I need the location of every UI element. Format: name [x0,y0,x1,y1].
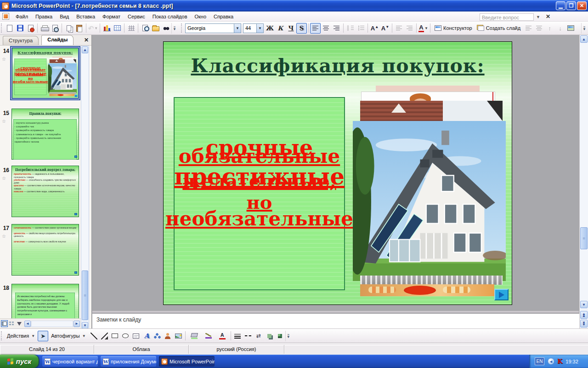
move-down-button[interactable]: ↓ [555,23,565,34]
increase-indent-button[interactable] [404,23,415,34]
photo-roof-strip[interactable] [360,101,503,121]
dash-style-button[interactable] [243,331,254,341]
notes-pane[interactable]: Заметки к слайду [92,313,579,328]
slide-show-button[interactable] [16,320,23,327]
formatting-toolbar-options-button[interactable]: »▼ [581,23,587,34]
slide-scrollbar[interactable]: ▲ ▼ ▲▲ ▼▼ [579,35,588,328]
menubar-close-icon[interactable]: ✕ [546,13,550,20]
find-button[interactable] [161,23,171,34]
increase-font-button[interactable]: A▲ [369,23,380,34]
zoom-button[interactable] [140,23,150,34]
slide-scroll-up-button[interactable]: ▲ [580,35,588,43]
taskbar-item-word2[interactable]: W приложения Докуме... [101,356,156,367]
tab-slides[interactable]: Слайды [41,35,74,45]
drawing-toolbar-grip[interactable] [1,331,3,340]
numbering-button[interactable] [345,23,356,34]
tab-outline[interactable]: Структура [3,36,39,45]
taskbar-item-powerpoint[interactable]: Microsoft PowerPoint ... [159,356,215,367]
slide-thumbnail-15[interactable]: Правила покупки: - изучите конъюнктуру р… [11,109,79,160]
decrease-indent-button[interactable] [394,23,404,34]
previous-slide-button[interactable]: ▲▲ [580,311,588,319]
outline-scroll-left-button[interactable]: ◄ [24,321,31,327]
red-line-zhelatelnye[interactable]: желательные, [182,172,336,190]
italic-button[interactable]: К [275,23,286,34]
background-button[interactable] [565,23,576,34]
slide-scroll-thumb[interactable] [580,227,588,249]
menu-help[interactable]: Справка [210,12,237,21]
menu-window[interactable]: Окно [191,12,210,21]
menu-file[interactable]: Файл [12,12,32,21]
decrease-paragraph-spacing-button[interactable] [534,23,544,34]
menu-tools[interactable]: Сервис [124,12,149,21]
toolbar-grip[interactable] [1,23,3,33]
photo-food-strip[interactable] [360,284,494,296]
autoshapes-menu[interactable]: Автофигуры▼ [48,331,89,341]
bold-button[interactable]: Ж [265,23,275,34]
line-color-button[interactable] [202,331,215,341]
undo-button[interactable]: ↶▼ [88,23,98,34]
slide-title[interactable]: Классификация покупок: [164,55,512,77]
start-button[interactable]: пуск [0,355,39,368]
menu-edit[interactable]: Правка [32,12,56,21]
menu-format[interactable]: Формат [99,12,124,21]
drawing-toolbar-options-button[interactable]: »▼ [285,331,291,341]
arrow-button[interactable] [99,331,110,341]
font-color-dropdown-icon[interactable]: ▼ [424,26,428,30]
taskbar-item-word1[interactable]: W черновой вариант д... [42,356,98,367]
slide-thumbnail-18[interactable]: Из множества потребностей мы должны выби… [11,284,79,318]
diagram-button[interactable] [152,331,163,341]
fill-color-button[interactable] [187,331,202,341]
underline-button[interactable]: Ч [286,23,296,34]
save-button[interactable] [15,23,25,34]
normal-view-button[interactable] [1,320,8,327]
slide-canvas[interactable]: Классификация покупок: срочные обязатель… [163,41,512,305]
align-left-button[interactable] [310,23,321,34]
font-name-combo[interactable]: Georgia ▼ [185,23,241,33]
thumbnails-scroll-thumb[interactable] [82,270,88,320]
draw-actions-menu[interactable]: Действия▼ [4,331,38,341]
insert-table-button[interactable] [112,23,123,34]
line-style-button[interactable] [232,331,243,341]
photo-fence-strip[interactable] [360,276,503,285]
thumbnails-scroll-down-button[interactable]: ▼ [82,322,88,329]
font-name-dropdown-icon[interactable]: ▼ [234,24,241,33]
slide-thumbnail-17[interactable]: сочетаемость — соответствие ранее куплен… [11,224,79,276]
menu-slideshow[interactable]: Показ слайдов [149,12,191,21]
new-slide-button[interactable]: Создать слайд [475,23,523,34]
next-slide-button[interactable]: ▼▼ [580,320,588,328]
status-language[interactable]: русский (Россия) [189,345,284,354]
increase-paragraph-spacing-button[interactable] [523,23,534,34]
font-size-dropdown-icon[interactable]: ▼ [256,24,263,33]
show-grid-button[interactable] [126,23,136,34]
outline-scrollbar-track[interactable] [31,321,73,327]
oval-button[interactable] [120,331,131,341]
restore-button[interactable]: ❐ [566,1,576,10]
shadow-button[interactable]: S [296,23,307,34]
standard-toolbar-options-button[interactable]: »▼ [171,23,177,34]
font-size-combo[interactable]: 44 ▼ [243,23,264,33]
hide-icons-button[interactable]: ◄ [548,358,554,365]
3d-style-button[interactable] [275,331,285,341]
thumbnails-scrollbar[interactable]: ▲ ▼ [81,46,89,329]
menu-view[interactable]: Вид [56,12,73,21]
wordart-button[interactable]: A [141,331,152,341]
bullets-button[interactable] [356,23,366,34]
minimize-button[interactable]: ▁ [556,1,565,10]
slide-thumbnail-14[interactable]: Классификация покупок: срочные обязатель… [11,47,79,99]
font-color-button[interactable]: A ▼ [418,23,429,34]
align-center-button[interactable] [321,23,331,34]
paste-button[interactable] [74,23,85,34]
print-button[interactable] [39,23,50,34]
thumbnails-scroll-up-button[interactable]: ▲ [82,46,88,53]
shadow-style-button[interactable] [264,331,275,341]
slide-sorter-button[interactable] [8,320,15,327]
kaspersky-icon[interactable]: K [557,358,562,365]
copy-button[interactable] [63,23,74,34]
outline-scroll-right-button[interactable]: ► [74,321,80,327]
select-objects-button[interactable]: ➤ [38,331,48,341]
design-button[interactable]: Конструктор [432,23,475,34]
draw-font-color-button[interactable]: A [215,331,229,341]
status-design-template[interactable]: Облака [94,345,189,354]
decrease-font-button[interactable]: A▼ [380,23,390,34]
document-icon[interactable] [2,13,9,20]
